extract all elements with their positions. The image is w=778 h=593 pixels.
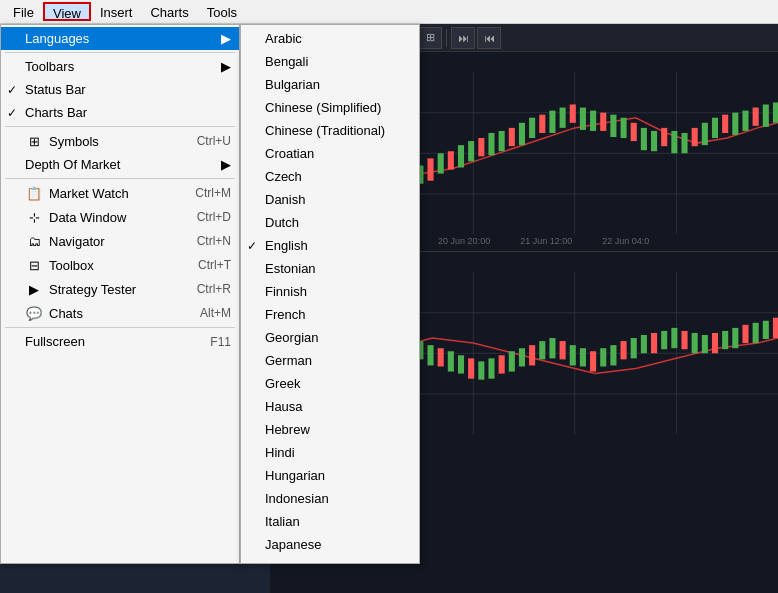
lang-hungarian[interactable]: Hungarian [241,464,419,487]
lang-german-label: German [265,353,312,368]
lang-japanese[interactable]: Japanese [241,533,419,556]
svg-rect-109 [732,328,738,348]
svg-rect-52 [732,113,738,135]
svg-rect-36 [570,105,576,123]
view-menu-languages[interactable]: Languages ▶ [1,27,239,50]
navigator-label: Navigator [49,234,105,249]
svg-rect-23 [438,153,444,173]
toolbox-icon: ⊟ [25,257,43,273]
lang-croatian-label: Croatian [265,146,314,161]
svg-rect-56 [773,102,778,122]
svg-rect-105 [692,333,698,353]
view-menu-fullscreen[interactable]: Fullscreen F11 [1,330,239,353]
lang-dutch[interactable]: Dutch [241,211,419,234]
svg-rect-33 [539,115,545,133]
svg-rect-83 [468,358,474,378]
english-check-icon: ✓ [247,239,257,253]
lang-english[interactable]: ✓ English [241,234,419,257]
svg-rect-108 [722,331,728,349]
view-menu-datawindow[interactable]: ⊹ Data Window Ctrl+D [1,205,239,229]
lang-hindi[interactable]: Hindi [241,441,419,464]
fullscreen-label: Fullscreen [25,334,85,349]
toolbar-btn-5[interactable]: ⏭ [451,27,475,49]
svg-rect-27 [478,138,484,156]
svg-rect-99 [631,338,637,358]
svg-rect-103 [671,328,677,348]
svg-rect-90 [539,341,545,359]
symbols-icon: ⊞ [25,133,43,149]
svg-rect-93 [570,345,576,365]
lang-croatian[interactable]: Croatian [241,142,419,165]
svg-rect-31 [519,123,525,145]
svg-rect-87 [509,351,515,371]
view-menu-strategytester[interactable]: ▶ Strategy Tester Ctrl+R [1,277,239,301]
lang-czech[interactable]: Czech [241,165,419,188]
svg-rect-26 [468,141,474,161]
lang-bulgarian-label: Bulgarian [265,77,320,92]
svg-rect-46 [671,131,677,153]
svg-rect-48 [692,128,698,146]
view-menu-chats[interactable]: 💬 Chats Alt+M [1,301,239,325]
lang-finnish[interactable]: Finnish [241,280,419,303]
svg-rect-92 [560,341,566,359]
lang-greek-label: Greek [265,376,300,391]
view-menu-symbols[interactable]: ⊞ Symbols Ctrl+U [1,129,239,153]
lang-greek[interactable]: Greek [241,372,419,395]
lang-hebrew[interactable]: Hebrew [241,418,419,441]
lang-estonian[interactable]: Estonian [241,257,419,280]
lang-chinese-simplified[interactable]: Chinese (Simplified) [241,96,419,119]
view-menu-statusbar[interactable]: ✓ Status Bar [1,78,239,101]
svg-rect-96 [600,348,606,366]
strategytester-icon: ▶ [25,281,43,297]
menu-bar: File View Insert Charts Tools [0,0,778,24]
lang-hausa-label: Hausa [265,399,303,414]
view-menu-dropdown: Languages ▶ Toolbars ▶ ✓ Status Bar ✓ Ch… [0,24,240,564]
chartsbar-check-icon: ✓ [7,106,17,120]
lang-georgian[interactable]: Georgian [241,326,419,349]
lang-finnish-label: Finnish [265,284,307,299]
toolbox-label: Toolbox [49,258,94,273]
svg-rect-43 [641,128,647,150]
view-menu-navigator[interactable]: 🗂 Navigator Ctrl+N [1,229,239,253]
lang-bulgarian[interactable]: Bulgarian [241,73,419,96]
lang-chinese-traditional[interactable]: Chinese (Traditional) [241,119,419,142]
navigator-shortcut: Ctrl+N [177,234,231,248]
toolbar-btn-6[interactable]: ⏮ [477,27,501,49]
menu-insert[interactable]: Insert [91,2,142,21]
lang-french[interactable]: French [241,303,419,326]
lang-italian[interactable]: Italian [241,510,419,533]
svg-rect-34 [549,111,555,133]
lang-arabic[interactable]: Arabic [241,27,419,50]
toolbars-arrow-icon: ▶ [211,59,231,74]
lang-czech-label: Czech [265,169,302,184]
svg-rect-86 [499,355,505,373]
svg-rect-39 [600,113,606,131]
lang-arabic-label: Arabic [265,31,302,46]
view-menu-marketwatch[interactable]: 📋 Market Watch Ctrl+M [1,181,239,205]
svg-rect-37 [580,108,586,130]
svg-rect-104 [681,331,687,349]
svg-rect-84 [478,361,484,379]
svg-rect-82 [458,355,464,373]
lang-bengali[interactable]: Bengali [241,50,419,73]
lang-english-label: English [265,238,308,253]
view-menu-toolbox[interactable]: ⊟ Toolbox Ctrl+T [1,253,239,277]
lang-javanese[interactable]: Javanese [241,556,419,564]
lang-indonesian[interactable]: Indonesian [241,487,419,510]
menu-charts[interactable]: Charts [141,2,197,21]
menu-file[interactable]: File [4,2,43,21]
view-menu-depth[interactable]: Depth Of Market ▶ [1,153,239,176]
toolbar-btn-4[interactable]: ⊞ [418,27,442,49]
view-menu-chartsbar[interactable]: ✓ Charts Bar [1,101,239,124]
menu-tools[interactable]: Tools [198,2,246,21]
lang-chinese-simplified-label: Chinese (Simplified) [265,100,381,115]
lang-danish[interactable]: Danish [241,188,419,211]
view-menu-toolbars[interactable]: Toolbars ▶ [1,55,239,78]
svg-rect-44 [651,131,657,151]
menu-view[interactable]: View [43,2,91,21]
lang-indonesian-label: Indonesian [265,491,329,506]
lang-hausa[interactable]: Hausa [241,395,419,418]
svg-rect-113 [773,318,778,338]
lang-german[interactable]: German [241,349,419,372]
lang-french-label: French [265,307,305,322]
